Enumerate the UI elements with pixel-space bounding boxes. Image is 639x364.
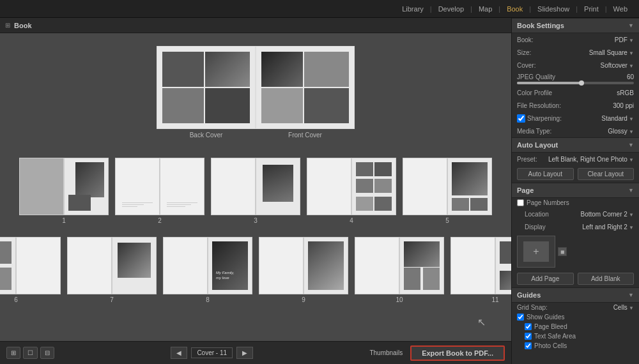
jpeg-slider-track[interactable] bbox=[517, 82, 634, 84]
back-cover-thumb[interactable] bbox=[157, 46, 256, 129]
jpeg-slider-container[interactable] bbox=[517, 82, 634, 84]
page-item-10: 10 bbox=[355, 237, 444, 303]
clear-layout-btn[interactable]: Clear Layout bbox=[578, 168, 635, 180]
add-page-preview-icon: + bbox=[533, 246, 539, 257]
location-value[interactable]: Bottom Corner 2 bbox=[580, 211, 634, 218]
preview-box: + bbox=[517, 236, 555, 268]
page-bleed-checkbox[interactable] bbox=[525, 323, 532, 330]
show-guides-checkbox[interactable] bbox=[517, 314, 524, 321]
cover-value[interactable]: Softcover bbox=[601, 62, 634, 69]
page-num-6: 6 bbox=[14, 296, 18, 303]
preview-box-container: + ◼ bbox=[512, 233, 639, 270]
page-item-7: 7 bbox=[67, 237, 157, 303]
nav-map[interactable]: Map bbox=[473, 3, 497, 15]
spread-10[interactable] bbox=[355, 237, 444, 294]
spread-5[interactable] bbox=[403, 158, 492, 215]
page-selector[interactable]: Cover - 11 bbox=[191, 347, 233, 358]
add-page-btn[interactable]: Add Page bbox=[517, 273, 574, 285]
bottom-right-controls: Thumbnails Export Book to PDF... bbox=[369, 345, 505, 361]
page-item-9: 9 bbox=[259, 237, 348, 303]
add-blank-btn[interactable]: Add Blank bbox=[578, 273, 635, 285]
page-10-right bbox=[399, 237, 444, 294]
jpeg-slider-fill bbox=[517, 82, 581, 84]
page-1-right bbox=[64, 158, 109, 215]
front-cover-container: Front Cover bbox=[256, 46, 355, 139]
prev-page-btn[interactable]: ◀ bbox=[171, 347, 187, 359]
page-num-2: 2 bbox=[158, 217, 162, 224]
top-nav: Library | Develop | Map | Book | Slidesh… bbox=[0, 0, 639, 18]
nav-develop[interactable]: Develop bbox=[433, 3, 469, 15]
right-panel: Book Settings ▼ Book: PDF Size: Small Sq… bbox=[511, 18, 639, 364]
page-4-right bbox=[351, 158, 396, 215]
page-5-right bbox=[447, 158, 492, 215]
page-numbers-checkbox[interactable] bbox=[517, 199, 524, 206]
spread-9[interactable] bbox=[259, 237, 348, 294]
cover-row: Back Cover Fr bbox=[13, 46, 498, 139]
bottom-bar: ⊞ ☐ ⊟ ◀ Cover - 11 ▶ Thumbnails Export B… bbox=[0, 341, 511, 364]
show-guides-row: Show Guides bbox=[512, 312, 639, 322]
page-item-8: My Family,my love 8 bbox=[163, 237, 252, 303]
text-safe-row: Text Safe Area bbox=[512, 331, 639, 341]
sharpening-value[interactable]: Standard bbox=[601, 115, 634, 122]
spread-view-btn[interactable]: ⊟ bbox=[40, 347, 54, 359]
nav-print[interactable]: Print bbox=[579, 3, 604, 15]
grid-snap-value[interactable]: Cells bbox=[613, 304, 634, 311]
spread-4[interactable] bbox=[307, 158, 396, 215]
page-7-right bbox=[112, 237, 157, 294]
spread-8[interactable]: My Family,my love bbox=[163, 237, 252, 294]
spread-6[interactable] bbox=[0, 237, 61, 294]
preset-value[interactable]: Left Blank, Right One Photo bbox=[548, 156, 634, 163]
module-title: Book bbox=[14, 22, 32, 29]
next-page-btn[interactable]: ▶ bbox=[236, 347, 253, 359]
spread-7[interactable] bbox=[67, 237, 157, 294]
preview-corner-btn[interactable]: ◼ bbox=[558, 247, 567, 256]
book-value[interactable]: PDF bbox=[615, 36, 634, 43]
page-9-left bbox=[259, 237, 304, 294]
page-7-left bbox=[67, 237, 112, 294]
book-canvas[interactable]: Back Cover Fr bbox=[0, 33, 511, 341]
text-safe-checkbox[interactable] bbox=[525, 333, 532, 340]
nav-web[interactable]: Web bbox=[608, 3, 633, 15]
spread-2[interactable] bbox=[115, 158, 204, 215]
book-setting-size: Size: Small Square bbox=[512, 46, 639, 59]
media-type-value[interactable]: Glossy bbox=[608, 128, 634, 135]
nav-slideshow[interactable]: Slideshow bbox=[532, 3, 574, 15]
auto-layout-header[interactable]: Auto Layout ▼ bbox=[512, 137, 639, 153]
guides-header[interactable]: Guides ▼ bbox=[512, 287, 639, 303]
page-6-right bbox=[16, 237, 61, 294]
book-settings-header[interactable]: Book Settings ▼ bbox=[512, 18, 639, 33]
single-view-btn[interactable]: ☐ bbox=[23, 347, 38, 359]
auto-layout-btn[interactable]: Auto Layout bbox=[517, 168, 574, 180]
page-2-right bbox=[160, 158, 204, 215]
photo-cells-row: Photo Cells bbox=[512, 341, 639, 351]
page-8-right: My Family,my love bbox=[208, 237, 252, 294]
photo-cells-checkbox[interactable] bbox=[525, 342, 532, 349]
nav-book[interactable]: Book bbox=[502, 3, 528, 15]
display-value[interactable]: Left and Right 2 bbox=[582, 224, 634, 231]
page-11-left bbox=[450, 237, 495, 294]
front-cover-thumb[interactable] bbox=[256, 46, 355, 129]
canvas-cursor-area: ↖ bbox=[13, 316, 498, 328]
book-setting-cover: Cover: Softcover bbox=[512, 59, 639, 72]
main-container: ⊞ Book bbox=[0, 18, 639, 364]
page-num-7: 7 bbox=[110, 296, 114, 303]
spread-1[interactable] bbox=[19, 158, 109, 215]
sharpening-checkbox[interactable] bbox=[517, 114, 525, 123]
grid-icon: ⊞ bbox=[5, 22, 10, 29]
size-value[interactable]: Small Square bbox=[589, 49, 634, 56]
jpeg-quality-row: JPEG Quality 60 bbox=[512, 72, 639, 86]
jpeg-slider-thumb[interactable] bbox=[579, 80, 584, 86]
thumbnails-label: Thumbnails bbox=[369, 349, 403, 356]
spread-3[interactable] bbox=[211, 158, 300, 215]
export-btn[interactable]: Export Book to PDF... bbox=[410, 345, 505, 361]
cover-spread-images: Back Cover Fr bbox=[157, 46, 355, 139]
page-2-left bbox=[115, 158, 160, 215]
spread-11[interactable] bbox=[450, 237, 511, 294]
pages-row-2: 6 7 bbox=[13, 237, 498, 303]
grid-view-btn[interactable]: ⊞ bbox=[6, 347, 20, 359]
page-num-1: 1 bbox=[62, 217, 66, 224]
page-section-header[interactable]: Page ▼ bbox=[512, 183, 639, 198]
jpeg-quality-value: 60 bbox=[627, 73, 634, 80]
nav-library[interactable]: Library bbox=[397, 3, 429, 15]
page-action-buttons: Add Page Add Blank bbox=[512, 270, 639, 287]
